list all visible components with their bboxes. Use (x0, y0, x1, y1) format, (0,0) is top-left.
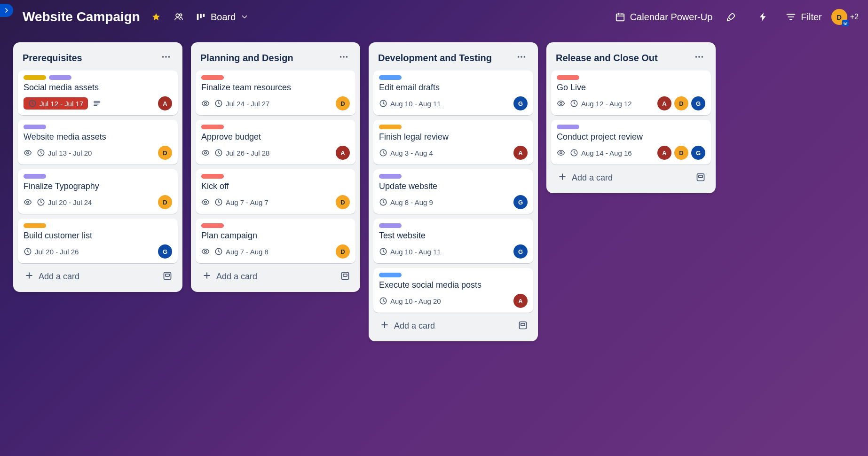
member-avatar[interactable]: D (674, 146, 688, 160)
card-label[interactable] (24, 125, 46, 129)
card-label[interactable] (201, 174, 224, 179)
card-template-button[interactable] (516, 319, 529, 334)
due-date-badge[interactable]: Aug 7 - Aug 8 (214, 247, 268, 256)
board-title[interactable]: Website Campaign (23, 9, 140, 24)
member-avatar[interactable]: G (513, 96, 528, 110)
list-title[interactable]: Release and Close Out (556, 53, 658, 63)
card[interactable]: Plan campaign Aug 7 - Aug 8 D (196, 219, 355, 263)
visibility-button[interactable] (169, 8, 188, 26)
member-avatar[interactable]: A (513, 146, 528, 160)
due-date-badge[interactable]: Aug 12 - Aug 12 (570, 99, 632, 108)
list-menu-button[interactable] (513, 50, 529, 66)
due-date-badge[interactable]: Jul 13 - Jul 20 (37, 149, 92, 157)
automation-button[interactable] (754, 8, 773, 26)
due-date-badge[interactable]: Aug 14 - Aug 16 (570, 149, 632, 157)
due-date-text: Jul 26 - Jul 28 (226, 149, 269, 157)
plus-icon (202, 271, 212, 283)
watch-icon (201, 198, 210, 206)
member-avatar[interactable]: G (158, 244, 172, 259)
sidebar-expand-button[interactable] (0, 4, 13, 17)
card-label[interactable] (379, 273, 402, 277)
add-card-button[interactable]: Add a card (377, 317, 438, 335)
card-label[interactable] (557, 125, 579, 129)
card-label[interactable] (24, 174, 46, 179)
member-avatar[interactable]: A (336, 146, 350, 160)
card-label[interactable] (201, 223, 224, 228)
card[interactable]: Execute social media posts Aug 10 - Aug … (373, 268, 533, 313)
member-avatar[interactable]: G (691, 96, 705, 110)
card[interactable]: Edit email drafts Aug 10 - Aug 11 G (373, 71, 533, 115)
member-avatar[interactable]: A (657, 96, 671, 110)
card-template-button[interactable] (339, 269, 352, 284)
add-card-button[interactable]: Add a card (22, 268, 82, 285)
list-menu-button[interactable] (691, 50, 707, 66)
card[interactable]: Test website Aug 10 - Aug 11 G (373, 219, 533, 263)
due-date-badge[interactable]: Aug 10 - Aug 11 (379, 99, 441, 108)
card-label[interactable] (379, 125, 402, 129)
due-date-badge[interactable]: Aug 7 - Aug 7 (214, 198, 268, 206)
card[interactable]: Update website Aug 8 - Aug 9 G (373, 169, 533, 214)
card[interactable]: Go Live Aug 12 - Aug 12 ADG (551, 71, 711, 115)
due-date-badge[interactable]: Jul 24 - Jul 27 (214, 99, 269, 108)
due-date-badge[interactable]: Jul 26 - Jul 28 (214, 149, 269, 157)
card-label[interactable] (24, 223, 46, 228)
due-date-badge[interactable]: Jul 20 - Jul 24 (37, 198, 92, 206)
current-user-avatar[interactable]: D (831, 9, 847, 25)
member-avatar[interactable]: D (336, 195, 350, 209)
member-avatar[interactable]: A (513, 294, 528, 308)
due-date-badge[interactable]: Jul 20 - Jul 26 (24, 247, 79, 256)
member-avatar[interactable]: D (336, 244, 350, 259)
card-label[interactable] (379, 223, 402, 228)
due-date-badge[interactable]: Aug 8 - Aug 9 (379, 198, 433, 206)
member-avatar[interactable]: G (513, 244, 528, 259)
add-card-button[interactable]: Add a card (199, 268, 260, 285)
add-card-button[interactable]: Add a card (555, 169, 615, 187)
extra-members-button[interactable]: +2 (850, 13, 859, 21)
card[interactable]: Finalize Typography Jul 20 - Jul 24 D (18, 169, 178, 214)
card-label[interactable] (557, 75, 579, 80)
card-template-button[interactable] (694, 171, 707, 186)
card-label[interactable] (49, 75, 71, 80)
card[interactable]: Build customer list Jul 20 - Jul 26 G (18, 219, 178, 263)
powerups-button[interactable] (722, 8, 741, 26)
member-avatar[interactable]: D (158, 146, 172, 160)
filter-button[interactable]: Filter (786, 12, 821, 23)
member-avatar[interactable]: G (513, 195, 528, 209)
add-card-label: Add a card (39, 272, 79, 282)
due-date-badge[interactable]: Aug 10 - Aug 11 (379, 247, 441, 256)
list-title[interactable]: Planning and Design (200, 53, 293, 63)
card[interactable]: Finish legal review Aug 3 - Aug 4 A (373, 120, 533, 165)
member-avatar[interactable]: D (674, 96, 688, 110)
card-template-button[interactable] (161, 269, 174, 284)
member-avatar[interactable]: A (657, 146, 671, 160)
view-switcher[interactable]: Board (196, 12, 249, 23)
card[interactable]: Social media assets Jul 12 - Jul 17 A (18, 71, 178, 115)
star-button[interactable] (147, 8, 166, 26)
due-date-badge[interactable]: Aug 10 - Aug 20 (379, 297, 441, 305)
member-avatar[interactable]: G (691, 146, 705, 160)
card-label[interactable] (201, 125, 224, 129)
card[interactable]: Finalize team resources Jul 24 - Jul 27 … (196, 71, 355, 115)
due-date-text: Jul 20 - Jul 26 (35, 248, 79, 256)
list-menu-button[interactable] (158, 50, 174, 66)
card[interactable]: Website media assets Jul 13 - Jul 20 D (18, 120, 178, 165)
card-title: Finish legal review (379, 132, 528, 142)
card-label[interactable] (379, 75, 402, 80)
due-date-badge[interactable]: Aug 3 - Aug 4 (379, 149, 433, 157)
card[interactable]: Conduct project review Aug 14 - Aug 16 A… (551, 120, 711, 165)
list-title[interactable]: Prerequisites (23, 53, 82, 63)
due-date-badge[interactable]: Jul 12 - Jul 17 (24, 97, 88, 110)
member-avatar[interactable]: A (158, 96, 172, 110)
calendar-powerup-button[interactable]: Calendar Power-Up (615, 12, 713, 23)
list-title[interactable]: Development and Testing (378, 53, 492, 63)
member-avatar[interactable]: D (336, 96, 350, 110)
card-members: A (513, 146, 528, 160)
card[interactable]: Approve budget Jul 26 - Jul 28 A (196, 120, 355, 165)
card-label[interactable] (379, 174, 402, 179)
card[interactable]: Kick off Aug 7 - Aug 7 D (196, 169, 355, 214)
member-stack[interactable]: D +2 (831, 9, 859, 25)
card-label[interactable] (24, 75, 46, 80)
card-label[interactable] (201, 75, 224, 80)
list-menu-button[interactable] (336, 50, 352, 66)
member-avatar[interactable]: D (158, 195, 172, 209)
